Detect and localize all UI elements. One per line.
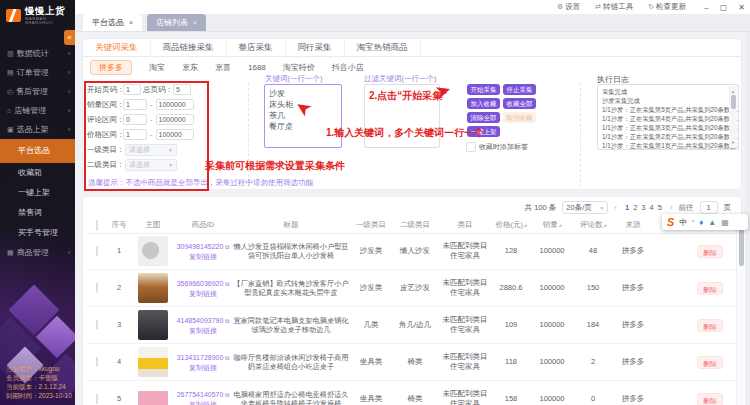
product-id[interactable]: 313431728900	[177, 354, 224, 361]
select-all-checkbox[interactable]	[96, 220, 98, 231]
清除全部-button[interactable]: 清除全部	[467, 112, 500, 123]
source-value: 拼多多	[613, 394, 653, 404]
product-id[interactable]: 309498145220	[177, 243, 224, 250]
page-button-1[interactable]: 1	[623, 203, 631, 212]
tag-checkbox[interactable]	[466, 142, 476, 152]
platform-京喜[interactable]: 京喜	[215, 62, 231, 73]
workspace-tab-label: 平台选品	[92, 14, 124, 31]
collector-tab-商品链接采集[interactable]: 商品链接采集	[151, 39, 227, 56]
sidebar-subitem-一键上架[interactable]: 一键上架	[0, 183, 75, 203]
sidebar-subitem-平台选品[interactable]: 平台选品	[0, 139, 75, 163]
sidebar-item-4[interactable]: ⌂店铺管理∨	[0, 101, 75, 120]
section-divider	[580, 83, 581, 187]
sort-icon[interactable]: ▴▾	[603, 223, 606, 228]
copy-link[interactable]: 复制链接	[175, 400, 231, 405]
workspace-tab-平台选品[interactable]: 平台选品×	[83, 14, 142, 31]
log-scrollbar[interactable]: ▲ ▼	[729, 86, 737, 148]
scroll-thumb[interactable]	[739, 224, 744, 266]
page-size-select[interactable]: 20条/页 ▼	[562, 201, 608, 214]
scroll-thumb[interactable]	[731, 95, 736, 109]
copy-link[interactable]: 复制链接	[175, 252, 231, 261]
delete-button[interactable]: 删除	[697, 393, 723, 405]
category-level1: 几类	[351, 320, 391, 330]
copy-icon[interactable]: ⧉	[223, 281, 229, 287]
next-page-button[interactable]: ›	[670, 203, 673, 212]
copy-icon[interactable]: ⧉	[223, 244, 229, 250]
titlebar-refresh[interactable]: ↻检查更新	[648, 2, 686, 12]
copy-link[interactable]: 复制链接	[175, 326, 231, 335]
row-checkbox[interactable]	[96, 357, 98, 367]
maximize-button[interactable]: ▢	[720, 3, 728, 12]
row-index: 5	[107, 394, 131, 404]
sogou-ime-bar[interactable]: S 中’♦▲▦	[662, 214, 748, 230]
goto-page-input[interactable]	[700, 201, 718, 214]
close-button[interactable]: ✕	[738, 3, 745, 12]
keywords-label: 关键词(一行一个)	[265, 74, 323, 84]
titlebar-gear[interactable]: ⚙设置	[557, 2, 580, 12]
delete-button[interactable]: 删除	[697, 319, 723, 332]
ime-item[interactable]: ▲	[708, 218, 716, 227]
platform-1688[interactable]: 1688	[248, 63, 266, 72]
sidebar-item-5[interactable]: ▣选品上架∨	[0, 120, 75, 139]
sidebar-item-3[interactable]: ◴售后管理∨	[0, 82, 75, 101]
product-id[interactable]: 356966036920	[177, 280, 224, 287]
sidebar-collapse-button[interactable]: «	[64, 30, 75, 45]
table-row: 5267754140570 ⧉复制链接电脑椅家用舒适办公椅电竞椅舒适久坐老板椅升…	[87, 381, 737, 405]
sidebar-footer: 当前用户：xkugou会员类型：卡密版当前版本：2.1.12.24到期时间：20…	[6, 364, 72, 400]
delete-button[interactable]: 删除	[697, 356, 723, 369]
platform-抖音小店[interactable]: 抖音小店	[332, 62, 364, 73]
row-checkbox[interactable]	[96, 246, 98, 256]
sidebar-subitem-禁售词[interactable]: 禁售词	[0, 203, 75, 223]
collector-tab-淘宝热销商品[interactable]: 淘宝热销商品	[345, 39, 421, 56]
collector-tab-同行采集[interactable]: 同行采集	[286, 39, 345, 56]
titlebar-item-label: 设置	[565, 2, 580, 12]
delete-button[interactable]: 删除	[697, 282, 723, 295]
ime-item[interactable]: 中	[679, 217, 687, 228]
开始采集-button[interactable]: 开始采集	[467, 84, 500, 95]
copy-link[interactable]: 复制链接	[175, 363, 231, 372]
collector-tab-关键词采集[interactable]: 关键词采集	[83, 39, 151, 56]
close-icon[interactable]: ×	[129, 14, 133, 31]
scroll-down-icon[interactable]: ▼	[729, 138, 737, 147]
sidebar-item-goods[interactable]: ▦商品管理∨	[0, 243, 75, 262]
收藏全部-button[interactable]: 收藏全部	[503, 98, 536, 109]
delete-button[interactable]: 删除	[697, 245, 723, 258]
sidebar-subitem-收藏箱[interactable]: 收藏箱	[0, 163, 75, 183]
sidebar-subitem-买手号管理[interactable]: 买手号管理	[0, 223, 75, 243]
copy-icon[interactable]: ⧉	[223, 392, 229, 398]
sidebar-item-2[interactable]: ▤订单管理∨	[0, 63, 75, 82]
ime-item[interactable]: ’	[692, 218, 694, 227]
table-scrollbar[interactable]: ▲	[736, 214, 745, 405]
row-checkbox[interactable]	[96, 394, 98, 404]
product-id[interactable]: 267754140570	[177, 391, 224, 398]
product-id[interactable]: 414854093790	[177, 317, 224, 324]
copy-icon[interactable]: ⧉	[223, 355, 229, 361]
row-checkbox[interactable]	[96, 283, 98, 293]
ime-item[interactable]: ▦	[721, 218, 729, 227]
collector-tab-整店采集[interactable]: 整店采集	[227, 39, 286, 56]
prev-page-button[interactable]: ‹	[614, 203, 617, 212]
row-index: 1	[107, 246, 131, 256]
platform-拼多多[interactable]: 拼多多	[90, 60, 132, 75]
platform-淘宝[interactable]: 淘宝	[149, 62, 165, 73]
column-header-价格(元): 价格(元)▴▾	[491, 220, 531, 230]
workspace-tab-店铺列表[interactable]: 店铺列表×	[147, 14, 206, 31]
copy-link[interactable]: 复制链接	[175, 289, 231, 298]
row-checkbox[interactable]	[96, 320, 98, 330]
minimize-button[interactable]: –	[704, 3, 708, 12]
platform-淘宝特价[interactable]: 淘宝特价	[283, 62, 315, 73]
sort-icon[interactable]: ▴▾	[524, 223, 527, 228]
sort-icon[interactable]: ▴▾	[559, 223, 562, 228]
加入收藏-button[interactable]: 加入收藏	[467, 98, 500, 109]
copy-icon[interactable]: ⧉	[223, 318, 229, 324]
page-button-4[interactable]: 4	[647, 203, 655, 212]
table-body: 1309498145220 ⧉复制链接懒人沙发豆袋榻榻米休闲椅小户型豆袋可拆洗阳…	[87, 233, 737, 405]
platform-京东[interactable]: 京东	[182, 62, 198, 73]
sidebar-item-1[interactable]: ▥数据统计∨	[0, 44, 75, 63]
collector-tabs: 关键词采集商品链接采集整店采集同行采集淘宝热销商品	[83, 39, 741, 57]
page-button-5[interactable]: 5	[656, 203, 664, 212]
停止采集-button[interactable]: 停止采集	[503, 84, 536, 95]
titlebar-swap[interactable]: ⇄转链工具	[595, 2, 633, 12]
close-icon[interactable]: ×	[193, 14, 197, 31]
ime-item[interactable]: ♦	[699, 218, 703, 227]
